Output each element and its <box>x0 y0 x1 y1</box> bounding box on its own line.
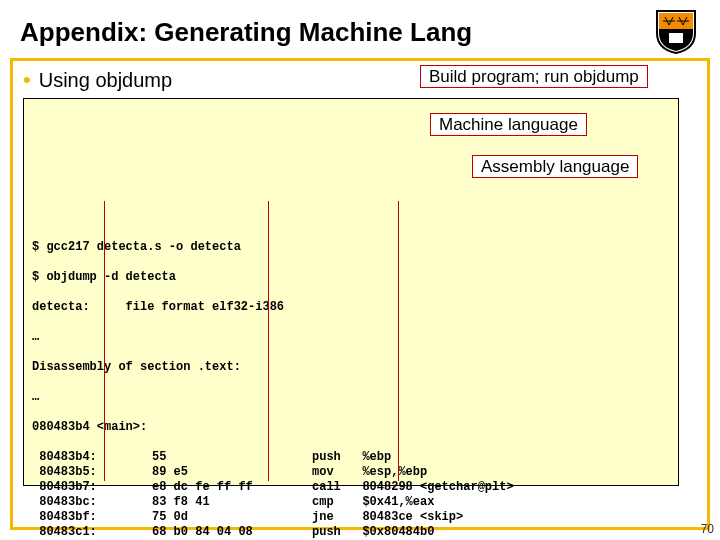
disasm-row: 80483b7:e8 dc fe ff ffcall 8048298 <getc… <box>32 480 672 495</box>
cmd-line: … <box>32 330 670 345</box>
column-divider-1 <box>104 201 105 481</box>
disasm-row: 80483c1:68 b0 84 04 08push $0x80484b0 <box>32 525 672 540</box>
disasm-row: 80483bf:75 0djne 80483ce <skip> <box>32 510 672 525</box>
column-divider-2 <box>268 201 269 481</box>
cmd-line: detecta: file format elf32-i386 <box>32 300 670 315</box>
label-main: 080483b4 <main>: <box>32 420 670 435</box>
code-box: Build program; run objdump Machine langu… <box>23 98 679 486</box>
annotation-machine: Machine language <box>430 113 587 136</box>
bullet-text: Using objdump <box>39 69 172 92</box>
bullet-icon: • <box>23 69 31 91</box>
cmd-line: … <box>32 390 670 405</box>
content-frame: • Using objdump Build program; run objdu… <box>10 58 710 530</box>
title-row: Appendix: Generating Machine Lang <box>0 0 720 60</box>
svg-rect-1 <box>669 33 683 43</box>
annotation-assembly: Assembly language <box>472 155 638 178</box>
disasm-row: 80483b5:89 e5mov %esp,%ebp <box>32 465 672 480</box>
cmd-line: $ gcc217 detecta.s -o detecta <box>32 240 670 255</box>
disasm-row: 80483b4:55push %ebp <box>32 450 672 465</box>
cmd-line: $ objdump -d detecta <box>32 270 670 285</box>
slide-title: Appendix: Generating Machine Lang <box>20 17 652 48</box>
princeton-shield-icon <box>652 8 700 56</box>
disasm-row: 80483bc:83 f8 41cmp $0x41,%eax <box>32 495 672 510</box>
annotation-build: Build program; run objdump <box>420 65 648 88</box>
cmd-line: Disassembly of section .text: <box>32 360 670 375</box>
page-number: 70 <box>701 522 714 536</box>
slide: Appendix: Generating Machine Lang • Usin… <box>0 0 720 540</box>
column-divider-3 <box>398 201 399 481</box>
